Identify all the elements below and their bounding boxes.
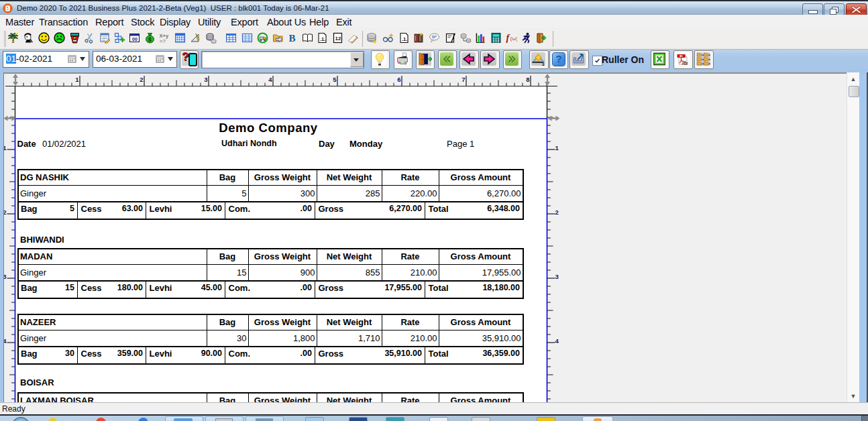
svg-text:(ω): (ω) — [510, 36, 517, 42]
svg-text:.1.: .1. — [402, 36, 407, 42]
svg-text:1: 1 — [75, 76, 79, 83]
svg-text:12: 12 — [335, 36, 341, 42]
svg-text:$: $ — [148, 36, 152, 43]
svg-text:.1.: .1. — [320, 36, 325, 42]
svg-text:2: 2 — [140, 76, 143, 83]
svg-text:7: 7 — [462, 76, 465, 83]
svg-text:3: 3 — [204, 76, 207, 83]
svg-text:00: 00 — [132, 37, 138, 42]
svg-text:PDF: PDF — [682, 62, 688, 66]
svg-text:4: 4 — [268, 76, 272, 83]
svg-text:B: B — [288, 33, 295, 44]
svg-text:8: 8 — [526, 76, 529, 83]
svg-text:4: 4 — [555, 337, 559, 345]
svg-text:2: 2 — [555, 208, 559, 216]
svg-text:6: 6 — [397, 76, 400, 83]
svg-text:=?: =? — [160, 38, 166, 44]
svg-text:1: 1 — [555, 144, 559, 152]
svg-text:3: 3 — [555, 273, 559, 280]
svg-text:5: 5 — [333, 76, 337, 83]
svg-text:1: 1 — [542, 61, 545, 66]
